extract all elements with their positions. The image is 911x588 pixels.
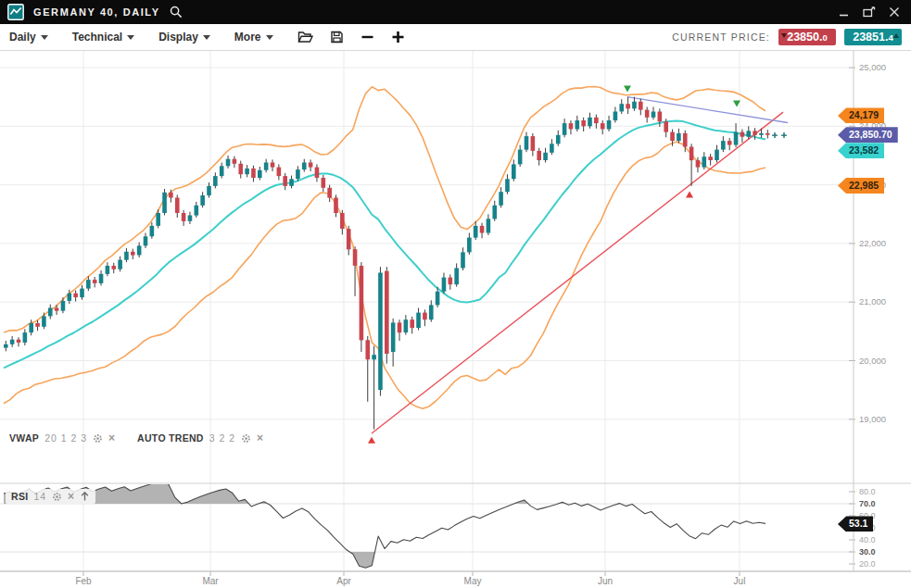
svg-text:21,000: 21,000 [859, 296, 886, 307]
rsi-indicator-label: RSI 14 × [6, 489, 95, 504]
chevron-down-icon [266, 35, 273, 40]
svg-text:40.0: 40.0 [859, 535, 876, 544]
save-icon[interactable] [330, 31, 344, 44]
chevron-down-icon [127, 35, 134, 40]
svg-text:70.0: 70.0 [859, 499, 876, 508]
search-icon[interactable] [170, 6, 183, 19]
svg-text:Jul: Jul [734, 576, 746, 586]
title-bar: GERMANY 40, DAILY [0, 0, 911, 24]
chart-canvas[interactable]: 25,00024,00023,00022,00021,00020,00019,0… [0, 51, 911, 588]
auto-trend-settings-gear-icon[interactable] [241, 433, 251, 444]
svg-text:22,000: 22,000 [859, 238, 886, 248]
svg-text:Apr: Apr [336, 576, 351, 586]
menu-technical[interactable]: Technical [72, 31, 134, 44]
svg-text:Mar: Mar [202, 576, 219, 586]
trading-app-window: GERMANY 40, DAILY Daily Technical [0, 0, 911, 588]
tick-down-icon [781, 33, 787, 38]
minimize-button[interactable] [839, 6, 850, 18]
popout-button[interactable] [863, 6, 876, 18]
zoom-in-icon[interactable] [391, 31, 405, 44]
lower-band-price-badge: 22,985 [838, 178, 884, 194]
menu-display[interactable]: Display [158, 31, 210, 44]
svg-text:Jun: Jun [598, 576, 613, 586]
close-button[interactable] [889, 6, 900, 18]
svg-text:80.0: 80.0 [859, 487, 876, 496]
buy-price-badge[interactable]: 23851.4 [844, 29, 902, 45]
rsi-move-up-icon[interactable] [80, 491, 90, 502]
open-folder-icon[interactable] [297, 31, 313, 44]
sell-price-badge[interactable]: 23850.0 [778, 29, 836, 45]
auto-trend-remove-icon[interactable]: × [257, 433, 263, 443]
menu-more[interactable]: More [234, 31, 273, 44]
chart-title: GERMANY 40, DAILY [33, 6, 160, 18]
zoom-out-icon[interactable] [361, 31, 374, 44]
toolbar: Daily Technical Display More [0, 24, 911, 51]
vwap-indicator-label: VWAP 20 1 2 3 × AUTO TREND 3 2 2 × [9, 432, 263, 444]
app-logo-icon [7, 4, 24, 20]
svg-text:19,000: 19,000 [859, 414, 886, 424]
vwap-price-badge: 23,582 [838, 143, 884, 158]
rsi-remove-icon[interactable]: × [68, 492, 74, 501]
chart-area: 25,00024,00023,00022,00021,00020,00019,0… [0, 51, 911, 588]
vwap-remove-icon[interactable]: × [108, 433, 115, 443]
vwap-settings-gear-icon[interactable] [93, 433, 103, 444]
svg-text:25,000: 25,000 [859, 62, 886, 72]
svg-text:30.0: 30.0 [859, 547, 876, 557]
svg-text:20,000: 20,000 [859, 356, 886, 366]
upper-band-price-badge: 24,179 [838, 107, 884, 123]
rsi-settings-gear-icon[interactable] [52, 492, 62, 502]
svg-text:20.0: 20.0 [859, 559, 876, 569]
chevron-down-icon [203, 35, 210, 40]
last-price-badge: 23,850.70 [838, 127, 898, 143]
svg-text:Feb: Feb [75, 576, 92, 586]
tick-up-icon [893, 33, 899, 38]
svg-text:May: May [464, 576, 482, 586]
current-price-label: CURRENT PRICE: [672, 31, 770, 43]
menu-daily[interactable]: Daily [9, 31, 48, 44]
chevron-down-icon [41, 35, 48, 40]
